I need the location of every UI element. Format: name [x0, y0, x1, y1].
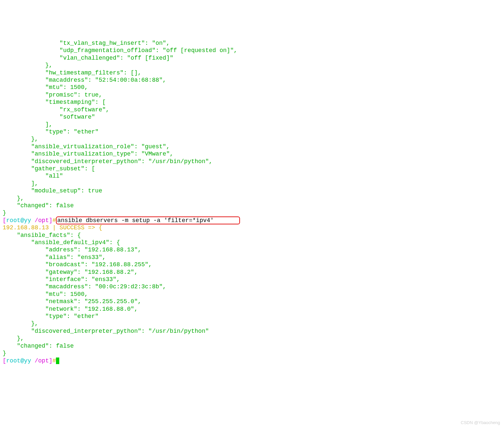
terminal-window[interactable]: "tx_vlan_stag_hw_insert": "on", "udp_fra… — [0, 30, 504, 367]
json-output-line: ], — [3, 180, 38, 187]
prompt-at: @ — [20, 358, 24, 364]
json-output-line: "timestamping": [ — [3, 99, 106, 105]
json-output-line: }, — [3, 320, 38, 327]
json-output-line: "type": "ether" — [3, 129, 99, 135]
prompt-at: @ — [20, 217, 24, 224]
json-output-line: "changed": false — [3, 343, 74, 349]
json-output-line: }, — [3, 335, 24, 342]
prompt-bracket-close: ] — [49, 217, 52, 224]
json-output-line: "discovered_interpreter_python": "/usr/b… — [3, 158, 212, 165]
json-output-line: "tx_vlan_stag_hw_insert": "on", — [3, 40, 170, 46]
json-output-line: "vlan_challenged": "off [fixed]" — [3, 55, 173, 61]
shell-prompt[interactable]: [root@yy /opt]#ansible dbservers -m setu… — [3, 216, 240, 224]
json-output-line: } — [3, 210, 6, 216]
json-output-line: ], — [3, 121, 52, 128]
json-output-line: } — [3, 350, 6, 357]
json-output-line: }, — [3, 62, 52, 69]
cursor-icon — [56, 358, 59, 364]
json-output-line: "rx_software", — [3, 106, 109, 113]
prompt-bracket-open: [ — [3, 358, 6, 364]
json-output-line: "type": "ether" — [3, 313, 99, 320]
json-output-line: "ansible_default_ipv4": { — [3, 239, 120, 246]
json-output-line: "interface": "ens33", — [3, 276, 120, 283]
json-output-line: }, — [3, 195, 24, 202]
json-output-line: "gather_subset": [ — [3, 165, 95, 172]
json-output-line: "ansible_virtualization_type": "VMware", — [3, 151, 173, 157]
json-output-line: "all" — [3, 173, 63, 179]
json-output-line: "software" — [3, 114, 95, 120]
json-output-line: "ansible_virtualization_role": "guest", — [3, 143, 170, 150]
json-output-line: "mtu": 1500, — [3, 84, 88, 91]
prompt-path: /opt — [35, 358, 49, 364]
json-output-line: }, — [3, 136, 38, 142]
json-output-line: "broadcast": "192.168.88.255", — [3, 261, 152, 268]
prompt-bracket-open: [ — [3, 217, 6, 224]
json-output-line: "macaddress": "52:54:00:0a:68:88", — [3, 77, 166, 83]
prompt-host: yy — [24, 358, 35, 364]
json-output-line: "network": "192.168.88.0", — [3, 306, 138, 312]
prompt-host: yy — [24, 217, 35, 224]
json-output-line: "alias": "ens33", — [3, 254, 106, 261]
prompt-hash: # — [52, 217, 56, 224]
prompt-user: root — [6, 358, 20, 364]
highlighted-command: ansible dbservers -m setup -a 'filter=*i… — [56, 216, 240, 224]
json-output-line: "address": "192.168.88.13", — [3, 246, 141, 253]
success-status-line: 192.168.88.13 | SUCCESS => { — [3, 224, 102, 231]
json-output-line: "gateway": "192.168.88.2", — [3, 269, 138, 275]
prompt-user: root — [6, 217, 20, 224]
prompt-bracket-close: ] — [49, 358, 52, 364]
json-output-line: "macaddress": "00:0c:29:d2:3c:8b", — [3, 283, 166, 290]
command-text: ansible dbservers -m setup -a 'filter=*i… — [57, 217, 214, 224]
shell-prompt[interactable]: [root@yy /opt]# — [3, 358, 59, 364]
json-output-line: "changed": false — [3, 202, 74, 209]
json-output-line: "ansible_facts": { — [3, 232, 81, 239]
prompt-path: /opt — [35, 217, 49, 224]
json-output-line: "mtu": 1500, — [3, 291, 88, 298]
json-output-line: "discovered_interpreter_python": "/usr/b… — [3, 328, 209, 334]
json-output-line: "module_setup": true — [3, 187, 102, 194]
json-output-line: "promisc": true, — [3, 92, 102, 98]
prompt-hash: # — [52, 358, 56, 364]
json-output-line: "udp_fragmentation_offload": "off [reque… — [3, 47, 237, 54]
json-output-line: "hw_timestamp_filters": [], — [3, 70, 141, 76]
json-output-line: "netmask": "255.255.255.0", — [3, 298, 141, 305]
